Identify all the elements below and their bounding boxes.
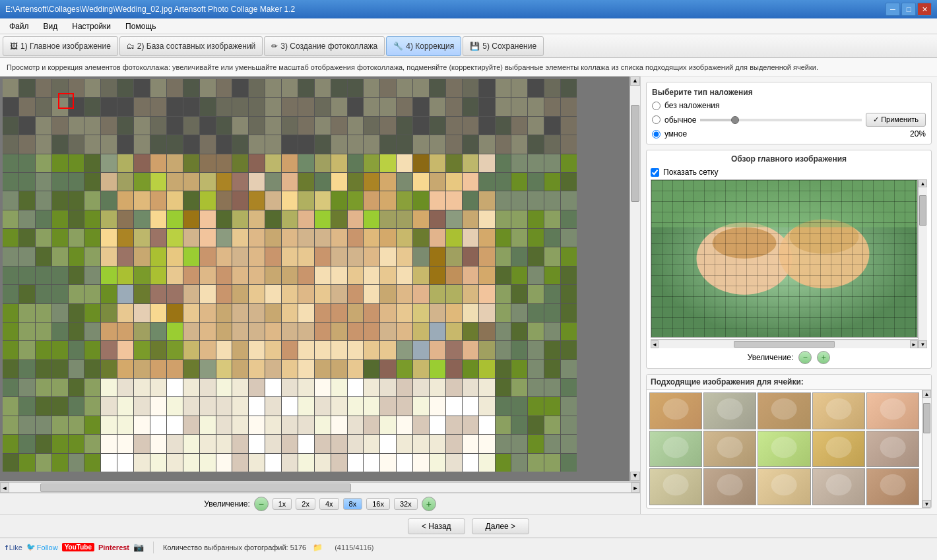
mosaic-cell[interactable] <box>364 247 379 265</box>
canvas-vscroll-thumb[interactable] <box>631 105 639 201</box>
mosaic-cell[interactable] <box>167 98 183 115</box>
mosaic-cell[interactable] <box>446 341 462 359</box>
mosaic-cell[interactable] <box>479 416 495 434</box>
mosaic-cell[interactable] <box>479 247 495 265</box>
mosaic-cell[interactable] <box>150 98 166 115</box>
mosaic-cell[interactable] <box>496 266 511 284</box>
mosaic-cell[interactable] <box>134 397 150 415</box>
mosaic-cell[interactable] <box>183 247 199 265</box>
mosaic-cell[interactable] <box>134 360 150 378</box>
mosaic-cell[interactable] <box>232 79 248 97</box>
mosaic-cell[interactable] <box>364 229 379 247</box>
mosaic-cell[interactable] <box>364 135 379 153</box>
mosaic-cell[interactable] <box>348 435 364 452</box>
mosaic-cell[interactable] <box>167 416 183 434</box>
mosaic-cell[interactable] <box>430 360 445 378</box>
mosaic-cell[interactable] <box>101 191 117 209</box>
mosaic-cell[interactable] <box>348 173 364 191</box>
mosaic-cell[interactable] <box>298 360 314 378</box>
mosaic-cell[interactable] <box>331 341 347 359</box>
mosaic-cell[interactable] <box>298 229 314 247</box>
mosaic-cell[interactable] <box>36 173 51 191</box>
mosaic-cell[interactable] <box>430 397 445 415</box>
mosaic-cell[interactable] <box>69 154 84 172</box>
mosaic-cell[interactable] <box>446 210 462 228</box>
mosaic-cell[interactable] <box>446 154 462 172</box>
mosaic-cell[interactable] <box>479 117 495 135</box>
mosaic-cell[interactable] <box>84 341 100 359</box>
mosaic-cell[interactable] <box>331 79 347 97</box>
mosaic-cell[interactable] <box>216 135 232 153</box>
mosaic-cell[interactable] <box>167 454 183 472</box>
mosaic-cell[interactable] <box>511 229 527 247</box>
mosaic-cell[interactable] <box>200 154 216 172</box>
mosaic-cell[interactable] <box>101 173 117 191</box>
mosaic-cell[interactable] <box>232 379 248 396</box>
apply-button[interactable]: ✓ Применить <box>866 113 926 127</box>
mosaic-cell[interactable] <box>315 341 331 359</box>
mosaic-cell[interactable] <box>348 397 364 415</box>
mosaic-cell[interactable] <box>69 323 84 340</box>
match-thumb[interactable] <box>703 468 756 505</box>
mosaic-cell[interactable] <box>3 341 18 359</box>
mosaic-cell[interactable] <box>265 173 281 191</box>
mosaic-cell[interactable] <box>298 79 314 97</box>
mosaic-cell[interactable] <box>364 154 379 172</box>
mosaic-cell[interactable] <box>52 397 68 415</box>
back-button[interactable]: < Назад <box>408 518 465 534</box>
mosaic-cell[interactable] <box>348 323 364 340</box>
mosaic-cell[interactable] <box>561 454 577 472</box>
mosaic-cell[interactable] <box>249 98 265 115</box>
mosaic-cell[interactable] <box>36 247 51 265</box>
mosaic-cell[interactable] <box>511 285 527 303</box>
match-thumb[interactable] <box>866 392 919 429</box>
mosaic-cell[interactable] <box>364 173 379 191</box>
mosaic-cell[interactable] <box>397 247 412 265</box>
mosaic-cell[interactable] <box>249 135 265 153</box>
mosaic-cell[interactable] <box>216 154 232 172</box>
mosaic-cell[interactable] <box>232 454 248 472</box>
mosaic-cell[interactable] <box>430 323 445 340</box>
mosaic-cell[interactable] <box>496 323 511 340</box>
mosaic-cell[interactable] <box>3 154 18 172</box>
mosaic-cell[interactable] <box>249 247 265 265</box>
mosaic-cell[interactable] <box>561 435 577 452</box>
mosaic-cell[interactable] <box>528 323 544 340</box>
mosaic-cell[interactable] <box>463 454 478 472</box>
mosaic-cell[interactable] <box>413 323 429 340</box>
mosaic-cell[interactable] <box>84 379 100 396</box>
mosaic-cell[interactable] <box>528 379 544 396</box>
mosaic-cell[interactable] <box>36 79 51 97</box>
mosaic-cell[interactable] <box>479 379 495 396</box>
mosaic-cell[interactable] <box>232 173 248 191</box>
mosaic-cell[interactable] <box>397 191 412 209</box>
mosaic-cell[interactable] <box>413 117 429 135</box>
mosaic-cell[interactable] <box>265 135 281 153</box>
mosaic-cell[interactable] <box>19 191 35 209</box>
maximize-button[interactable]: □ <box>901 3 916 16</box>
mosaic-cell[interactable] <box>183 304 199 322</box>
mosaic-cell[interactable] <box>216 98 232 115</box>
mosaic-cell[interactable] <box>200 229 216 247</box>
mosaic-cell[interactable] <box>19 117 35 135</box>
mosaic-cell[interactable] <box>200 173 216 191</box>
mosaic-cell[interactable] <box>479 266 495 284</box>
mosaic-cell[interactable] <box>561 191 577 209</box>
mosaic-cell[interactable] <box>134 285 150 303</box>
mosaic-cell[interactable] <box>496 117 511 135</box>
mosaic-cell[interactable] <box>380 397 396 415</box>
mosaic-cell[interactable] <box>397 285 412 303</box>
mosaic-cell[interactable] <box>496 416 511 434</box>
mosaic-cell[interactable] <box>200 323 216 340</box>
mosaic-cell[interactable] <box>200 210 216 228</box>
mosaic-cell[interactable] <box>348 285 364 303</box>
preview-vscroll[interactable]: ▲ ▼ <box>918 179 927 348</box>
mosaic-cell[interactable] <box>134 454 150 472</box>
mosaic-cell[interactable] <box>249 323 265 340</box>
mosaic-cell[interactable] <box>544 79 560 97</box>
canvas-hscroll-left[interactable]: ◄ <box>0 482 9 493</box>
mosaic-cell[interactable] <box>36 435 51 452</box>
mosaic-cell[interactable] <box>511 397 527 415</box>
mosaic-cell[interactable] <box>52 454 68 472</box>
instagram-button[interactable]: 📷 <box>133 542 144 552</box>
